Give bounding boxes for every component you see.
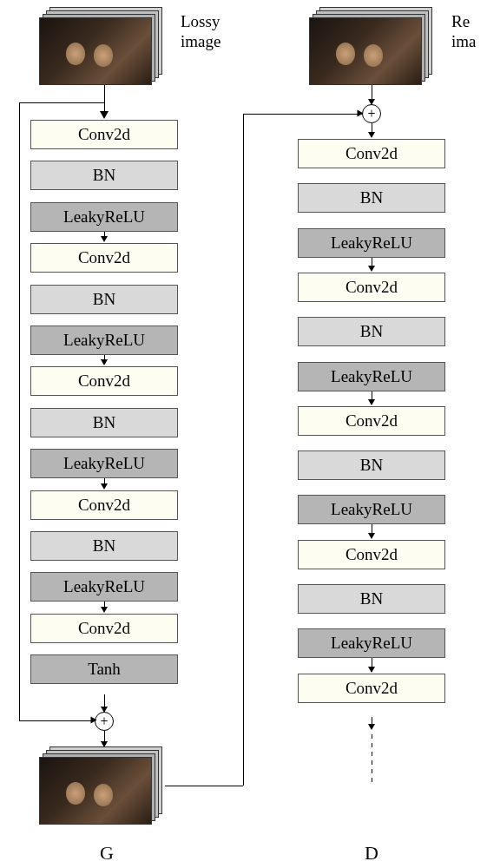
d-layer-4-bn: BN: [298, 317, 445, 346]
generator-label: G: [100, 842, 114, 865]
g-layer-4-bn: BN: [30, 285, 178, 314]
lossy-image-stack: [39, 7, 165, 85]
layer-label: LeakyReLU: [331, 500, 412, 519]
layer-label: LeakyReLU: [331, 367, 412, 386]
generated-image-stack: [39, 746, 165, 825]
g-layer-1-bn: BN: [30, 161, 178, 190]
g-layer-5-leakyrelu: LeakyReLU: [30, 326, 178, 355]
layer-label: Conv2d: [346, 278, 398, 297]
layer-label: Conv2d: [78, 372, 130, 391]
d-layer-9-conv2d: Conv2d: [298, 540, 445, 569]
d-layer-8-leakyrelu: LeakyReLU: [298, 495, 445, 524]
g-layer-12-conv2d: Conv2d: [30, 614, 178, 643]
g-layer-8-leakyrelu: LeakyReLU: [30, 449, 178, 478]
layer-label: LeakyReLU: [63, 577, 145, 596]
layer-label: Conv2d: [346, 545, 398, 564]
layer-label: Conv2d: [346, 144, 398, 163]
d-layer-0-conv2d: Conv2d: [298, 139, 445, 168]
g-layer-6-conv2d: Conv2d: [30, 366, 178, 396]
d-layer-2-leakyrelu: LeakyReLU: [298, 228, 445, 258]
layer-label: BN: [360, 456, 383, 475]
g-layer-7-bn: BN: [30, 408, 178, 437]
g-layer-10-bn: BN: [30, 531, 178, 561]
d-layer-7-bn: BN: [298, 450, 445, 480]
g-layer-2-leakyrelu: LeakyReLU: [30, 202, 178, 232]
d-layer-1-bn: BN: [298, 183, 445, 213]
d-layer-6-conv2d: Conv2d: [298, 406, 445, 436]
g-layer-11-leakyrelu: LeakyReLU: [30, 572, 178, 602]
reference-image-stack: [309, 7, 435, 85]
lossy-image-label: Lossy image: [181, 12, 220, 52]
d-layer-10-bn: BN: [298, 584, 445, 614]
layer-label: Conv2d: [78, 619, 130, 638]
layer-label: Conv2d: [78, 248, 130, 267]
d-layer-3-conv2d: Conv2d: [298, 273, 445, 302]
layer-label: LeakyReLU: [63, 331, 145, 350]
diagram-canvas: Lossy image Conv2dBNLeakyReLUConv2dBNLea…: [0, 0, 487, 868]
discriminator-add-icon: +: [362, 104, 381, 123]
layer-label: BN: [93, 166, 115, 185]
discriminator-label: D: [365, 842, 378, 865]
layer-label: LeakyReLU: [331, 634, 412, 653]
layer-label: LeakyReLU: [63, 454, 145, 473]
layer-label: LeakyReLU: [63, 207, 145, 227]
skip-add-icon: +: [95, 712, 114, 731]
layer-label: Conv2d: [78, 125, 130, 144]
layer-label: LeakyReLU: [331, 233, 412, 253]
g-layer-13-tanh: Tanh: [30, 654, 178, 684]
layer-label: BN: [93, 290, 115, 309]
reference-image-label: Re ima: [451, 12, 477, 52]
layer-label: BN: [93, 413, 115, 432]
layer-label: BN: [360, 589, 383, 608]
d-layer-5-leakyrelu: LeakyReLU: [298, 362, 445, 391]
layer-label: BN: [360, 322, 383, 341]
layer-label: Tanh: [88, 660, 121, 679]
g-layer-0-conv2d: Conv2d: [30, 120, 178, 149]
layer-label: BN: [360, 188, 383, 207]
d-layer-12-conv2d: Conv2d: [298, 674, 445, 703]
layer-label: Conv2d: [78, 496, 130, 515]
g-layer-3-conv2d: Conv2d: [30, 243, 178, 273]
d-layer-11-leakyrelu: LeakyReLU: [298, 628, 445, 658]
g-layer-9-conv2d: Conv2d: [30, 490, 178, 520]
layer-label: BN: [93, 536, 115, 556]
layer-label: Conv2d: [346, 411, 398, 431]
layer-label: Conv2d: [346, 679, 398, 698]
